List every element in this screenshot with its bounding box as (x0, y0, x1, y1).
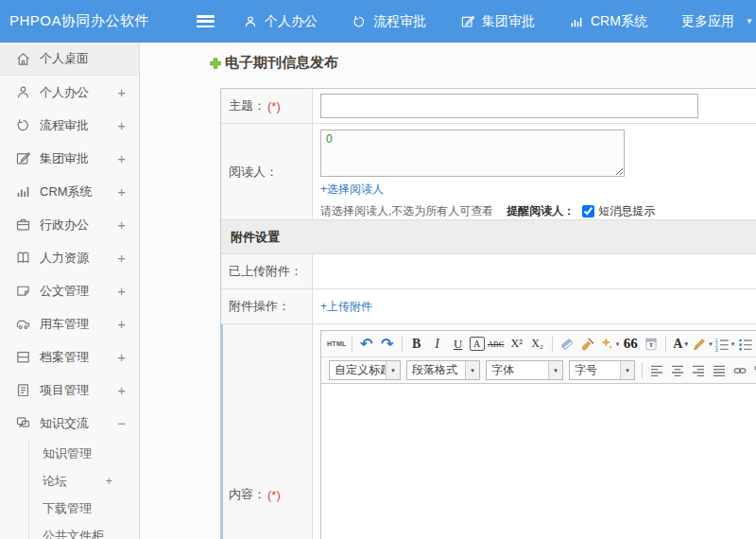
sms-checkbox[interactable] (582, 205, 594, 217)
subject-input[interactable] (320, 94, 698, 118)
custom-title-select[interactable]: 自定义标题▾ (329, 360, 401, 380)
align-left-icon[interactable] (647, 361, 666, 380)
caret-down-icon[interactable]: ▾ (548, 361, 562, 379)
sidebar-item-行政办公[interactable]: 行政办公+ (0, 208, 139, 241)
font-size-select[interactable]: 字号▾ (569, 360, 635, 380)
link-icon[interactable] (730, 361, 749, 380)
sidebar-subitem-label: 论坛 (43, 473, 67, 490)
undo-icon[interactable]: ↶ (357, 335, 376, 354)
expand-icon[interactable]: + (117, 117, 126, 133)
cycle-icon (15, 117, 31, 133)
expand-icon[interactable]: + (117, 217, 126, 233)
ordered-list-icon[interactable]: ▾ (714, 335, 735, 354)
caret-down-icon[interactable]: ▾ (620, 361, 634, 379)
subject-cell (313, 89, 756, 123)
chart-icon (569, 14, 584, 29)
archive-icon (15, 349, 31, 365)
expand-icon[interactable]: + (117, 150, 126, 166)
caret-down-icon: ▾ (616, 340, 620, 348)
sidebar-item-知识交流[interactable]: 知识交流− (0, 407, 139, 440)
nav-item-更多应用[interactable]: 更多应用▼ (681, 13, 753, 30)
font-color-icon[interactable]: A▾ (671, 335, 690, 354)
html-source-button[interactable]: HTML (327, 335, 347, 354)
expand-icon[interactable]: + (117, 349, 126, 365)
attach-ops-cell: +上传附件 (313, 289, 756, 323)
toolbar-separator (665, 336, 666, 352)
align-justify-icon[interactable] (710, 361, 729, 380)
align-right-icon[interactable] (689, 361, 708, 380)
menu-icon[interactable] (197, 15, 215, 27)
nav-item-集团审批[interactable]: 集团审批 (460, 13, 535, 30)
sidebar-item-项目管理[interactable]: 项目管理+ (0, 374, 139, 407)
editor-toolbar-row2: 自定义标题▾段落格式▾字体▾字号▾ (321, 357, 756, 384)
paragraph-select[interactable]: 段落格式▾ (406, 360, 480, 380)
expand-icon[interactable]: + (105, 474, 112, 488)
page-title-row: 电子期刊信息发布 (209, 54, 338, 72)
pen-icon (692, 337, 707, 352)
sidebar-item-公文管理[interactable]: 公文管理+ (0, 274, 139, 307)
font-family-select[interactable]: 字体▾ (486, 360, 563, 380)
sidebar-item-个人桌面[interactable]: 个人桌面 (0, 43, 139, 76)
nav-item-个人办公[interactable]: 个人办公 (243, 13, 318, 30)
italic-icon[interactable]: I (428, 335, 447, 354)
expand-icon[interactable]: + (117, 316, 126, 332)
align-center-icon[interactable] (668, 361, 687, 380)
expand-icon[interactable]: − (117, 415, 126, 431)
highlight-icon[interactable]: ▾ (692, 335, 713, 354)
expand-icon[interactable]: + (117, 84, 126, 100)
sidebar-item-集团审批[interactable]: 集团审批+ (0, 142, 139, 175)
remove-format-icon[interactable] (558, 335, 576, 354)
subscript-icon[interactable]: X₂ (528, 335, 547, 354)
add-icon (209, 57, 222, 70)
content-row: 内容：(*) HTML↶↷BIUAABCX²X₂▾66A▾▾▾ 自定义标题▾段落… (221, 324, 756, 539)
nav-item-流程审批[interactable]: 流程审批 (352, 13, 426, 30)
nav-label: 更多应用 (681, 13, 734, 30)
uploaded-label-cell: 已上传附件： (221, 254, 313, 288)
bold-icon[interactable]: B (407, 335, 426, 354)
sidebar-item-人力资源[interactable]: 人力资源+ (0, 241, 139, 274)
expand-icon[interactable]: + (117, 183, 126, 200)
blockquote-icon[interactable]: 66 (621, 335, 640, 354)
caret-down-icon[interactable]: ▾ (465, 361, 479, 379)
content-cell: HTML↶↷BIUAABCX²X₂▾66A▾▾▾ 自定义标题▾段落格式▾字体▾字… (313, 324, 756, 539)
sidebar-item-用车管理[interactable]: 用车管理+ (0, 307, 139, 340)
unlink-icon[interactable] (751, 361, 756, 380)
nav-label: 集团审批 (482, 13, 535, 30)
readers-textarea[interactable]: 0 (320, 130, 625, 177)
sidebar-subitem-知识管理[interactable]: 知识管理 (29, 440, 139, 467)
sidebar-subitem-论坛[interactable]: 论坛+ (29, 467, 139, 495)
strikethrough-icon[interactable]: ABC (487, 335, 506, 354)
sidebar-subitem-公共文件柜[interactable]: 公共文件柜 (29, 522, 139, 539)
sidebar-item-label: 用车管理 (40, 316, 89, 333)
editor-content-area[interactable] (321, 384, 756, 539)
superscript-icon[interactable]: X² (507, 335, 526, 354)
expand-icon[interactable]: + (117, 283, 126, 299)
font-style-icon[interactable]: A (470, 337, 485, 351)
sidebar-item-label: CRM系统 (40, 183, 93, 200)
caret-down-icon[interactable]: ▾ (386, 361, 400, 379)
sidebar-item-流程审批[interactable]: 流程审批+ (0, 109, 139, 142)
format-brush-icon[interactable] (578, 335, 597, 354)
expand-icon[interactable]: + (117, 250, 126, 266)
nav-item-CRM系统[interactable]: CRM系统 (569, 13, 647, 30)
nav-label: 流程审批 (373, 13, 426, 30)
redo-icon[interactable]: ↷ (378, 335, 397, 354)
nav-label: 个人办公 (265, 13, 318, 30)
choose-readers-link[interactable]: +选择阅读人 (320, 182, 384, 198)
autotypeset-icon[interactable]: ▾ (599, 335, 620, 354)
expand-icon[interactable]: + (117, 382, 126, 398)
project-icon (15, 382, 31, 398)
sidebar-item-档案管理[interactable]: 档案管理+ (0, 340, 139, 374)
unordered-list-icon[interactable] (736, 335, 755, 354)
sidebar-subitem-下载管理[interactable]: 下载管理 (29, 495, 139, 522)
sidebar-item-个人办公[interactable]: 个人办公+ (0, 76, 139, 109)
readers-hint-line: 请选择阅读人,不选为所有人可查看 提醒阅读人： 短消息提示 (320, 203, 756, 219)
clipboard-icon (644, 337, 659, 352)
top-nav: 个人办公流程审批集团审批CRM系统更多应用▼ (243, 13, 753, 30)
sidebar-item-label: 公文管理 (40, 283, 89, 300)
paste-text-icon[interactable] (642, 335, 661, 354)
sidebar-item-CRM系统[interactable]: CRM系统+ (0, 175, 139, 208)
upload-attachment-link[interactable]: +上传附件 (320, 299, 372, 315)
underline-icon[interactable]: U (449, 335, 468, 354)
toolbar-separator (552, 336, 553, 352)
